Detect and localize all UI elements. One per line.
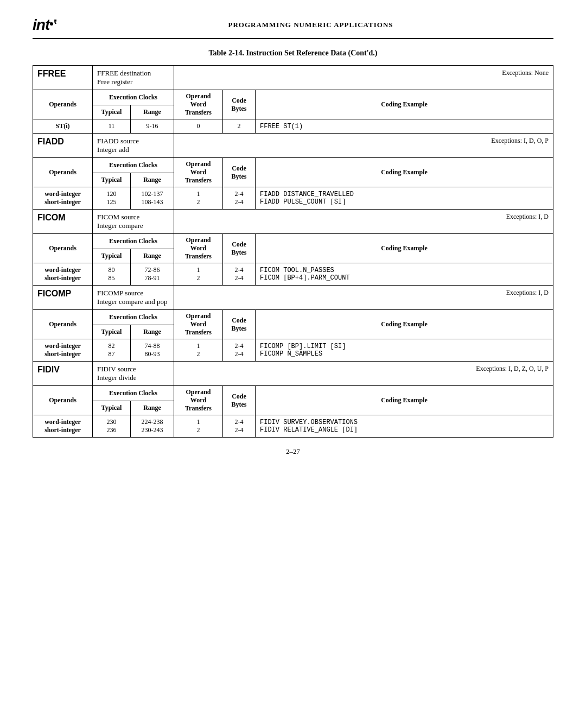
ffree-range-val: 9-16 bbox=[131, 119, 174, 134]
fiadd-range-val: 102-137108-143 bbox=[131, 187, 174, 210]
fidiv-name: FIDIV bbox=[33, 362, 93, 386]
ficom-range-subheader: Range bbox=[131, 249, 174, 263]
ffree-col-header1: Operands Execution Clocks Operand WordTr… bbox=[33, 90, 553, 105]
fiadd-name: FIADD bbox=[33, 134, 93, 158]
ficomp-col-header1: Operands Execution Clocks Operand WordTr… bbox=[33, 310, 553, 325]
ffree-name: FFREE bbox=[33, 66, 93, 90]
ficomp-data-row: word-integershort-integer 8287 74-8880-9… bbox=[33, 339, 553, 362]
fiadd-range-subheader: Range bbox=[131, 173, 174, 187]
fidiv-coding-val: FIDIV SURVEY.OBSERVATIONSFIDIV RELATIVE_… bbox=[256, 415, 553, 438]
fidiv-typical-val: 230236 bbox=[93, 415, 131, 438]
logo-dot bbox=[50, 22, 53, 26]
fiadd-opword-header: Operand WordTransfers bbox=[174, 158, 223, 187]
ffree-coding-header: Coding Example bbox=[256, 90, 553, 119]
ffree-coding-val: FFREE ST(1) bbox=[256, 119, 553, 134]
fiadd-typical-subheader: Typical bbox=[93, 173, 131, 187]
ffree-operand-val: ST(i) bbox=[33, 119, 93, 134]
fidiv-opword-val: 12 bbox=[174, 415, 223, 438]
section-fiadd-header: FIADD FIADD source Integer add Exception… bbox=[33, 134, 553, 158]
ficom-operand-val: word-integershort-integer bbox=[33, 263, 93, 286]
page-number: 2–27 bbox=[286, 447, 300, 455]
ffree-data-row: ST(i) 11 9-16 0 2 FFREE ST(1) bbox=[33, 119, 553, 134]
ficom-exceptions: Exceptions: I, D bbox=[174, 210, 553, 234]
ficomp-typical-subheader: Typical bbox=[93, 325, 131, 339]
ficom-opword-val: 12 bbox=[174, 263, 223, 286]
ficom-operands-header: Operands bbox=[33, 234, 93, 263]
ficomp-exceptions: Exceptions: I, D bbox=[174, 286, 553, 310]
fidiv-typical-subheader: Typical bbox=[93, 401, 131, 415]
ficom-exec-clocks-header: Execution Clocks bbox=[93, 234, 174, 249]
ficomp-range-subheader: Range bbox=[131, 325, 174, 339]
ffree-typical-val: 11 bbox=[93, 119, 131, 134]
intel-logo: int‛ bbox=[33, 16, 57, 34]
ficomp-code-header: CodeBytes bbox=[223, 310, 256, 339]
ffree-range-subheader: Range bbox=[131, 105, 174, 119]
ffree-code-val: 2 bbox=[223, 119, 256, 134]
section-ficomp-header: FICOMP FICOMP source Integer compare and… bbox=[33, 286, 553, 310]
fidiv-desc: FIDIV source Integer divide bbox=[93, 362, 174, 386]
fidiv-operands-header: Operands bbox=[33, 386, 93, 415]
ficom-typical-subheader: Typical bbox=[93, 249, 131, 263]
logo-text: int bbox=[33, 16, 49, 33]
fidiv-code-val: 2-42-4 bbox=[223, 415, 256, 438]
header-title: PROGRAMMING NUMERIC APPLICATIONS bbox=[68, 21, 553, 29]
ficomp-range-val: 74-8880-93 bbox=[131, 339, 174, 362]
fiadd-code-val: 2-42-4 bbox=[223, 187, 256, 210]
fidiv-data-row: word-integershort-integer 230236 224-238… bbox=[33, 415, 553, 438]
fidiv-range-val: 224-238230-243 bbox=[131, 415, 174, 438]
ficomp-coding-header: Coding Example bbox=[256, 310, 553, 339]
ficomp-opword-header: Operand WordTransfers bbox=[174, 310, 223, 339]
fiadd-coding-header: Coding Example bbox=[256, 158, 553, 187]
ficom-opword-header: Operand WordTransfers bbox=[174, 234, 223, 263]
fiadd-exec-clocks-header: Execution Clocks bbox=[93, 158, 174, 173]
fidiv-exec-clocks-header: Execution Clocks bbox=[93, 386, 174, 401]
ficom-data-row: word-integershort-integer 8085 72-8678-9… bbox=[33, 263, 553, 286]
fiadd-operand-val: word-integershort-integer bbox=[33, 187, 93, 210]
ffree-typical-subheader: Typical bbox=[93, 105, 131, 119]
ficom-desc: FICOM source Integer compare bbox=[93, 210, 174, 234]
fidiv-coding-header: Coding Example bbox=[256, 386, 553, 415]
fidiv-col-header1: Operands Execution Clocks Operand WordTr… bbox=[33, 386, 553, 401]
fiadd-desc: FIADD source Integer add bbox=[93, 134, 174, 158]
ffree-code-header: CodeBytes bbox=[223, 90, 256, 119]
fiadd-data-row: word-integershort-integer 120125 102-137… bbox=[33, 187, 553, 210]
fiadd-code-header: CodeBytes bbox=[223, 158, 256, 187]
fidiv-operand-val: word-integershort-integer bbox=[33, 415, 93, 438]
section-fidiv-header: FIDIV FIDIV source Integer divide Except… bbox=[33, 362, 553, 386]
logo-el: ‛ bbox=[53, 16, 57, 33]
ficomp-typical-val: 8287 bbox=[93, 339, 131, 362]
fiadd-opword-val: 12 bbox=[174, 187, 223, 210]
ffree-exec-clocks-header: Execution Clocks bbox=[93, 90, 174, 105]
ficomp-name: FICOMP bbox=[33, 286, 93, 310]
ficomp-exec-clocks-header: Execution Clocks bbox=[93, 310, 174, 325]
ficom-coding-header: Coding Example bbox=[256, 234, 553, 263]
page-header: int‛ PROGRAMMING NUMERIC APPLICATIONS bbox=[33, 16, 553, 39]
ficom-col-header1: Operands Execution Clocks Operand WordTr… bbox=[33, 234, 553, 249]
ficom-code-val: 2-42-4 bbox=[223, 263, 256, 286]
page-footer: 2–27 bbox=[33, 447, 553, 456]
ficom-name: FICOM bbox=[33, 210, 93, 234]
section-ffree-header: FFREE FFREE destination Free register Ex… bbox=[33, 66, 553, 90]
ficom-typical-val: 8085 bbox=[93, 263, 131, 286]
ficomp-desc: FICOMP source Integer compare and pop bbox=[93, 286, 174, 310]
fidiv-range-subheader: Range bbox=[131, 401, 174, 415]
ffree-desc: FFREE destination Free register bbox=[93, 66, 174, 90]
fiadd-exceptions: Exceptions: I, D, O, P bbox=[174, 134, 553, 158]
fidiv-code-header: CodeBytes bbox=[223, 386, 256, 415]
ffree-opword-header: Operand WordTransfers bbox=[174, 90, 223, 119]
ffree-operands-header: Operands bbox=[33, 90, 93, 119]
ficomp-operand-val: word-integershort-integer bbox=[33, 339, 93, 362]
ficomp-operands-header: Operands bbox=[33, 310, 93, 339]
main-table: FFREE FFREE destination Free register Ex… bbox=[33, 65, 553, 438]
ficom-coding-val: FICOM TOOL.N_PASSESFICOM [BP+4].PARM_COU… bbox=[256, 263, 553, 286]
fiadd-col-header1: Operands Execution Clocks Operand WordTr… bbox=[33, 158, 553, 173]
ficomp-coding-val: FICOMP [BP].LIMIT [SI]FICOMP N_SAMPLES bbox=[256, 339, 553, 362]
ficom-code-header: CodeBytes bbox=[223, 234, 256, 263]
ffree-opword-val: 0 bbox=[174, 119, 223, 134]
page: int‛ PROGRAMMING NUMERIC APPLICATIONS Ta… bbox=[0, 0, 586, 728]
fiadd-coding-val: FIADD DISTANCE_TRAVELLEDFIADD PULSE_COUN… bbox=[256, 187, 553, 210]
table-title: Table 2-14. Instruction Set Reference Da… bbox=[33, 49, 553, 58]
fiadd-typical-val: 120125 bbox=[93, 187, 131, 210]
ffree-exceptions: Exceptions: None bbox=[174, 66, 553, 90]
ficom-range-val: 72-8678-91 bbox=[131, 263, 174, 286]
